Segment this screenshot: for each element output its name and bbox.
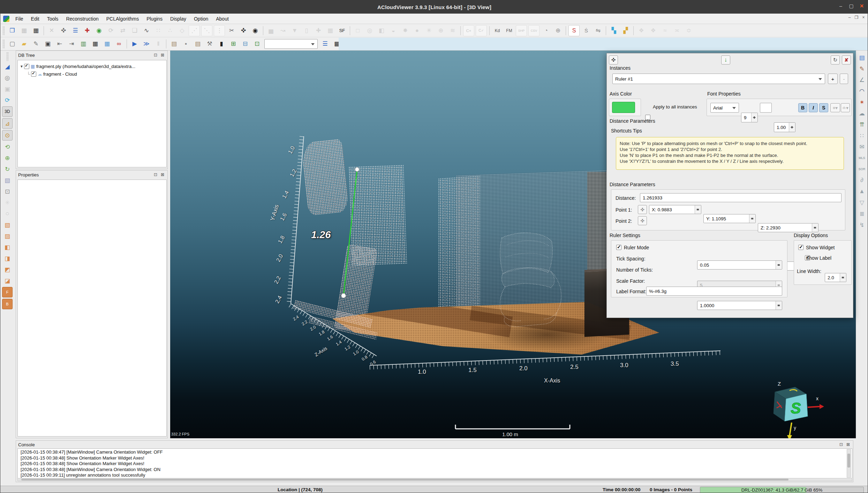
close-panel-icon[interactable]: ⊠ [160, 172, 165, 177]
menu-file[interactable]: File [12, 15, 27, 23]
histogram-icon[interactable]: ▅ [266, 25, 276, 36]
move-dialog-icon[interactable]: ✜ [609, 55, 618, 65]
scatter-y-icon[interactable]: ⋱ [201, 25, 212, 36]
ransac-icon[interactable]: ▲ [857, 187, 867, 196]
reset-dialog-icon[interactable]: ↻ [831, 55, 840, 65]
match-tool-icon[interactable]: ≈ [660, 25, 670, 36]
tick-spacing-spinner[interactable]: 0.05 [697, 260, 782, 270]
align-tool-icon[interactable]: ❖ [636, 25, 647, 36]
mdi-close-button[interactable]: × [861, 15, 866, 20]
close-button[interactable]: ✕ [856, 2, 867, 10]
measure-angle-icon[interactable]: ∠ [857, 75, 867, 85]
font-color-swatch[interactable] [760, 103, 772, 113]
fractured-mesh-icon[interactable]: ◧ [376, 25, 387, 36]
font-size-spinner[interactable]: 9 [741, 113, 758, 122]
bounding-box-icon[interactable]: ▧ [2, 175, 12, 185]
sphere-icon[interactable]: ● [412, 25, 422, 36]
canupo-create-icon[interactable]: C+ [463, 25, 474, 36]
measurement-point-1[interactable] [355, 167, 359, 172]
blob-icon[interactable]: ✸ [400, 25, 410, 36]
close-panel-icon[interactable]: ⊠ [160, 52, 165, 58]
ruler-dialog[interactable]: ✜ ↓ ↻ ✘ Instances Ruler #1 + - Axis Colo… [606, 53, 853, 318]
spinner-arrows-icon[interactable] [695, 205, 701, 214]
clone-icon[interactable]: ❏ [129, 25, 140, 36]
panel-toggle-icon[interactable]: ▤ [857, 53, 867, 62]
point-picking-icon[interactable]: ✜ [58, 25, 69, 36]
menu-option[interactable]: Option [190, 15, 212, 23]
menu-reconstruction[interactable]: Reconstruction [62, 15, 102, 23]
spinner-arrows-icon[interactable] [749, 214, 755, 223]
envelope-icon[interactable]: ✉ [857, 142, 867, 152]
front-view-cube-icon[interactable]: F [2, 287, 13, 297]
fm-icon[interactable]: FM [504, 25, 514, 36]
snapshot-icon[interactable]: ▣ [2, 84, 12, 94]
wire-sphere-icon[interactable]: ⊕ [436, 25, 446, 36]
profile-icon[interactable]: ↝ [278, 25, 288, 36]
wand-icon[interactable]: ↯ [857, 220, 867, 230]
close-dialog-icon[interactable]: ✘ [842, 55, 851, 65]
view-top-icon[interactable]: ▧ [2, 220, 12, 230]
view-right-icon[interactable]: ◨ [2, 253, 12, 263]
expander-icon[interactable]: ▼ [19, 65, 24, 68]
magnifier-icon[interactable]: ◌ [2, 209, 12, 219]
axis-color-swatch[interactable] [612, 102, 635, 113]
spinner-arrows-icon[interactable] [789, 123, 795, 132]
halign-dropdown[interactable]: ≡▾ [830, 103, 840, 112]
rotate-x-icon[interactable]: ⟲ [2, 142, 12, 152]
image-view-icon[interactable]: ▥ [78, 39, 89, 49]
fit-view-icon[interactable]: ✳ [2, 198, 12, 207]
helmet-icon[interactable]: ◠ [857, 86, 867, 96]
filter-funnel-icon[interactable]: ▼ [289, 25, 300, 36]
open-folder-icon[interactable]: ▰ [19, 39, 29, 49]
console-vscrollbar[interactable] [847, 449, 851, 478]
contrast-icon[interactable]: ▮ [216, 39, 227, 49]
instance-select[interactable]: Ruler #1 [612, 74, 825, 84]
menu-pclalgorithms[interactable]: PCLAlgorithms [103, 15, 143, 23]
float-panel-icon[interactable]: ⊡ [153, 52, 158, 58]
spinner-arrows-icon[interactable] [751, 113, 757, 122]
s-curve-icon[interactable]: S [568, 25, 580, 36]
save-floppy-icon[interactable]: ▣ [43, 39, 53, 49]
properties-list-icon[interactable]: ☰ [70, 25, 81, 36]
table-view-icon[interactable]: ▦ [102, 39, 112, 49]
rotate-center-icon[interactable]: ⊕ [2, 153, 12, 163]
orbit-3d-icon[interactable]: ⟳ [2, 95, 12, 105]
save-all-icon[interactable]: ▦ [31, 25, 41, 36]
waves-icon[interactable]: ≋ [447, 25, 458, 36]
scale-factor-spinner[interactable]: 1.0000 [697, 301, 782, 310]
view-3d-icon[interactable]: 3D [2, 106, 13, 117]
s-dots-icon[interactable]: Ṡ [581, 25, 591, 36]
mdi-minimize-button[interactable]: – [847, 15, 852, 20]
annotation-list-icon[interactable]: ☰ [320, 39, 330, 49]
translate-icon[interactable]: ✜ [238, 25, 249, 36]
open-file-icon[interactable]: ❒ [7, 25, 17, 36]
building-add-icon[interactable]: ⊞ [228, 39, 239, 49]
tree-row-child[interactable]: └ ☁ fragment - Cloud [19, 70, 165, 78]
stats-tool-icon[interactable]: ≎ [684, 25, 694, 36]
calculator-icon[interactable]: ▦ [325, 25, 335, 36]
globe-icon[interactable]: ⊕ [553, 25, 563, 36]
show-widget-checkbox[interactable] [798, 245, 803, 250]
view-front-icon[interactable]: ▨ [2, 231, 12, 241]
back-view-cube-icon[interactable]: B [2, 299, 13, 309]
line-width-spinner[interactable]: 2.0 [825, 273, 846, 282]
console-hscrollbar[interactable] [17, 478, 852, 481]
menu-edit[interactable]: Edit [27, 15, 43, 23]
add-icon[interactable]: ✚ [313, 25, 324, 36]
pie-sphere-icon[interactable]: ◔ [541, 25, 551, 36]
sf-icon[interactable]: SF [337, 25, 347, 36]
scatter-x-icon[interactable]: ⋰ [189, 25, 200, 36]
step-forward-icon[interactable]: ≫ [141, 39, 152, 49]
primitive-factory-icon[interactable]: ◉ [94, 25, 104, 36]
funnel2-icon[interactable]: ▽ [857, 198, 867, 207]
building-edit-icon[interactable]: ▤ [193, 39, 203, 49]
font-opacity-spinner[interactable]: 1.00 [774, 122, 795, 132]
align-tool2-icon[interactable]: ❖ [648, 25, 658, 36]
axes-widget-icon[interactable]: ⊿ [2, 118, 13, 129]
distance-input[interactable]: 1.261933 [640, 193, 841, 202]
tree-child-label[interactable]: fragment - Cloud [43, 71, 77, 77]
point1-x-spinner[interactable]: X: 0.9883 [649, 205, 701, 214]
box-primitive-icon[interactable]: □ [353, 25, 363, 36]
scatter-z-icon[interactable]: ⋮ [214, 25, 225, 36]
star-primitive-icon[interactable]: ✳ [424, 25, 434, 36]
